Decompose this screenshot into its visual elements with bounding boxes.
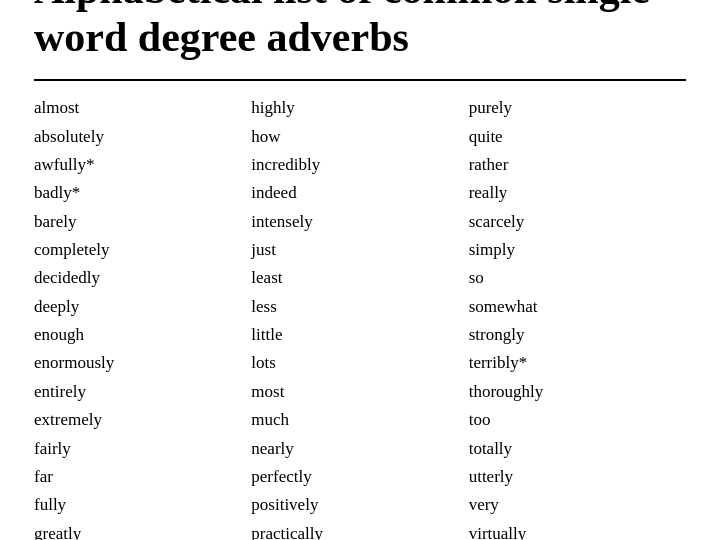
word-item: terribly* <box>469 350 686 376</box>
word-item: most <box>251 379 468 405</box>
word-item: fairly <box>34 436 251 462</box>
word-item: virtually <box>469 521 686 540</box>
word-item: really <box>469 180 686 206</box>
word-item: entirely <box>34 379 251 405</box>
word-item: purely <box>469 95 686 121</box>
word-item: simply <box>469 237 686 263</box>
word-item: how <box>251 124 468 150</box>
word-item: incredibly <box>251 152 468 178</box>
word-item: little <box>251 322 468 348</box>
word-item: enough <box>34 322 251 348</box>
word-item: nearly <box>251 436 468 462</box>
word-item: positively <box>251 492 468 518</box>
word-item: perfectly <box>251 464 468 490</box>
word-item: just <box>251 237 468 263</box>
word-item: quite <box>469 124 686 150</box>
word-item: so <box>469 265 686 291</box>
word-item: intensely <box>251 209 468 235</box>
word-item: utterly <box>469 464 686 490</box>
word-item: highly <box>251 95 468 121</box>
word-item: totally <box>469 436 686 462</box>
page-title: Alphabetical list of common single-word … <box>34 0 686 61</box>
word-item: extremely <box>34 407 251 433</box>
word-item: barely <box>34 209 251 235</box>
word-item: scarcely <box>469 209 686 235</box>
word-item: thoroughly <box>469 379 686 405</box>
word-item: somewhat <box>469 294 686 320</box>
word-item: enormously <box>34 350 251 376</box>
word-item: greatly <box>34 521 251 540</box>
word-item: lots <box>251 350 468 376</box>
columns-container: almostabsolutelyawfully*badly*barelycomp… <box>34 95 686 540</box>
column-3: purelyquiteratherreallyscarcelysimplysos… <box>469 95 686 540</box>
word-item: less <box>251 294 468 320</box>
word-item: almost <box>34 95 251 121</box>
word-item: awfully* <box>34 152 251 178</box>
word-item: practically <box>251 521 468 540</box>
word-item: far <box>34 464 251 490</box>
word-item: rather <box>469 152 686 178</box>
column-2: highlyhowincrediblyindeedintenselyjustle… <box>251 95 468 540</box>
word-item: absolutely <box>34 124 251 150</box>
divider <box>34 79 686 81</box>
word-item: completely <box>34 237 251 263</box>
column-1: almostabsolutelyawfully*badly*barelycomp… <box>34 95 251 540</box>
word-item: much <box>251 407 468 433</box>
word-item: decidedly <box>34 265 251 291</box>
word-item: strongly <box>469 322 686 348</box>
word-item: too <box>469 407 686 433</box>
word-item: indeed <box>251 180 468 206</box>
word-item: least <box>251 265 468 291</box>
word-item: very <box>469 492 686 518</box>
word-item: badly* <box>34 180 251 206</box>
page-container: Alphabetical list of common single-word … <box>10 0 710 540</box>
word-item: deeply <box>34 294 251 320</box>
word-item: fully <box>34 492 251 518</box>
